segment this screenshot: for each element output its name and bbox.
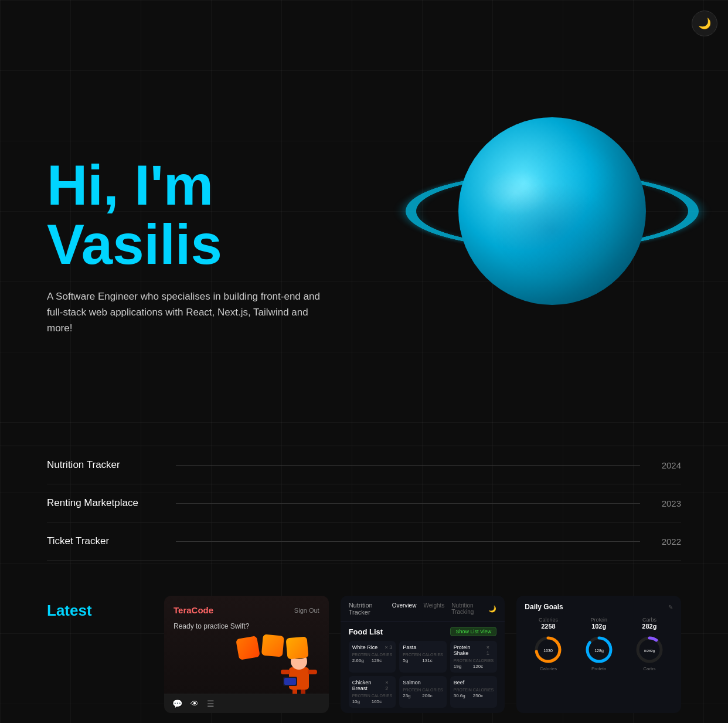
project-divider-renting xyxy=(176,503,640,504)
planet-decoration xyxy=(423,94,681,328)
tera-code-card[interactable]: TeraCode Sign Out Ready to practice Swif… xyxy=(164,596,329,713)
goal-protein-label: Protein xyxy=(576,617,622,623)
goal-carbs-label: Carbs xyxy=(626,617,673,623)
svg-text:0/282g: 0/282g xyxy=(644,649,655,653)
svg-rect-3 xyxy=(281,670,290,674)
calories-value-chicken: 165c xyxy=(372,699,392,704)
dot-orange-2 xyxy=(261,634,284,657)
calories-circle-label: Calories xyxy=(540,666,557,671)
food-name-salmon: Salmon xyxy=(403,680,421,685)
protein-value-chicken: 10g xyxy=(352,699,370,704)
food-list-title: Food List xyxy=(349,627,383,636)
goal-calories-value: 2258 xyxy=(525,623,571,630)
calories-circle-container: 1630 Calories xyxy=(525,636,571,671)
calories-value-beef: 250c xyxy=(473,693,494,698)
hero-subtitle: A Software Engineer who specialises in b… xyxy=(47,288,328,337)
tab-weights[interactable]: Weights xyxy=(423,602,444,615)
hero-greeting: Hi, I'm xyxy=(47,154,213,216)
nutrition-header: Nutrition Tracker Overview Weights Nutri… xyxy=(341,596,505,622)
project-divider-ticket xyxy=(176,541,640,542)
list-icon[interactable]: ☰ xyxy=(207,699,215,708)
protein-circle-svg: 128g xyxy=(585,636,613,664)
tera-dots xyxy=(237,637,308,658)
calories-circle-svg: 1630 xyxy=(534,636,562,664)
food-name-chicken: Chicken Breast xyxy=(352,680,386,691)
food-list-header: Food List Show List View xyxy=(341,622,505,641)
tera-toolbar: 💬 👁 ☰ xyxy=(164,694,329,713)
protein-value-salmon: 23g xyxy=(403,693,421,698)
project-item-ticket[interactable]: Ticket Tracker 2022 xyxy=(47,522,681,561)
calories-label-5: CALORIES xyxy=(422,688,443,692)
dot-orange-1 xyxy=(236,636,260,660)
daily-goals-header: Daily Goals ✎ xyxy=(525,603,673,611)
protein-circle-container: 128g Protein xyxy=(576,636,622,671)
show-list-button[interactable]: Show List View xyxy=(450,627,496,636)
goal-calories: Calories 2258 xyxy=(525,617,571,630)
planet xyxy=(458,117,646,305)
protein-value-beef: 30.6g xyxy=(454,693,472,698)
tera-prompt: Ready to practice Swift? xyxy=(174,622,319,630)
nutrition-card-inner: Nutrition Tracker Overview Weights Nutri… xyxy=(341,596,505,713)
food-item-pasta: Pasta PROTEIN CALORIES 5g 131c xyxy=(399,641,447,673)
goals-row: Calories 2258 Protein 102g Carbs 282g xyxy=(525,617,673,630)
svg-text:128g: 128g xyxy=(594,649,604,653)
bottom-section: Latest TeraCode Sign Out Ready to practi… xyxy=(0,561,728,713)
svg-rect-8 xyxy=(284,678,296,685)
calories-value-salmon: 206c xyxy=(422,693,443,698)
calories-label: CALORIES xyxy=(372,653,392,657)
tab-nutrition-tracking[interactable]: Nutrition Tracking xyxy=(451,602,488,615)
protein-value-shake: 19g xyxy=(454,664,472,669)
planet-body xyxy=(458,117,646,305)
goal-calories-label: Calories xyxy=(525,617,571,623)
protein-value-rice: 2.66g xyxy=(352,658,370,663)
project-name-ticket: Ticket Tracker xyxy=(47,535,164,547)
calories-value-pasta: 131c xyxy=(422,658,443,663)
chat-icon[interactable]: 💬 xyxy=(172,699,182,708)
hero-title: Hi, I'm Vasilis xyxy=(47,156,399,274)
calories-label-2: CALORIES xyxy=(422,653,443,657)
protein-label-2: PROTEIN xyxy=(403,653,421,657)
goal-carbs-value: 282g xyxy=(626,623,673,630)
protein-circle-label: Protein xyxy=(591,666,606,671)
calories-label-3: CALORIES xyxy=(473,658,494,663)
nutrition-tabs: Overview Weights Nutrition Tracking xyxy=(392,602,489,615)
food-item-rice: White Rice × 3 PROTEIN CALORIES 2.66g 12… xyxy=(349,641,396,673)
planet-texture xyxy=(458,117,646,305)
goal-protein: Protein 102g xyxy=(576,617,622,630)
project-year-ticket: 2022 xyxy=(652,537,681,547)
calories-value-rice: 129c xyxy=(372,658,392,663)
goal-carbs: Carbs 282g xyxy=(626,617,673,630)
hero-name: Vasilis xyxy=(47,213,222,276)
food-count-chicken: × 2 xyxy=(385,680,392,691)
dark-mode-button[interactable]: 🌙 xyxy=(692,11,717,36)
svg-rect-4 xyxy=(308,670,317,674)
project-name-nutrition: Nutrition Tracker xyxy=(47,459,164,471)
food-name-beef: Beef xyxy=(454,680,465,685)
daily-goals-card[interactable]: Daily Goals ✎ Calories 2258 Protein 102g… xyxy=(516,596,681,713)
tera-header: TeraCode Sign Out xyxy=(174,605,319,615)
food-item-protein-shake: Protein Shake × 1 PROTEIN CALORIES 19g 1… xyxy=(450,641,498,673)
circles-row: 1630 Calories 128g Protein xyxy=(525,636,673,671)
daily-goals-edit-icon[interactable]: ✎ xyxy=(668,604,673,610)
protein-label-5: PROTEIN xyxy=(403,688,421,692)
project-item-nutrition[interactable]: Nutrition Tracker 2024 xyxy=(47,446,681,484)
project-year-renting: 2023 xyxy=(652,498,681,508)
daily-card-inner: Daily Goals ✎ Calories 2258 Protein 102g… xyxy=(516,596,681,713)
tab-overview[interactable]: Overview xyxy=(392,602,417,615)
nutrition-moon-icon: 🌙 xyxy=(488,605,496,613)
svg-text:1630: 1630 xyxy=(544,649,553,653)
protein-value-pasta: 5g xyxy=(403,658,421,663)
nutrition-tracker-card[interactable]: Nutrition Tracker Overview Weights Nutri… xyxy=(341,596,505,713)
food-item-salmon: Salmon PROTEIN CALORIES 23g 206c xyxy=(399,676,447,708)
food-name-pasta: Pasta xyxy=(403,644,416,650)
project-name-renting: Renting Marketplace xyxy=(47,497,164,509)
project-list: Nutrition Tracker 2024 Renting Marketpla… xyxy=(0,446,728,561)
eye-icon[interactable]: 👁 xyxy=(190,699,199,708)
dot-orange-3 xyxy=(285,636,308,659)
project-item-renting[interactable]: Renting Marketplace 2023 xyxy=(47,484,681,522)
daily-goals-title: Daily Goals xyxy=(525,603,563,611)
nutrition-app-title: Nutrition Tracker xyxy=(349,602,392,616)
calories-value-shake: 120c xyxy=(473,664,494,669)
goal-protein-value: 102g xyxy=(576,623,622,630)
food-count-shake: × 1 xyxy=(487,644,494,656)
